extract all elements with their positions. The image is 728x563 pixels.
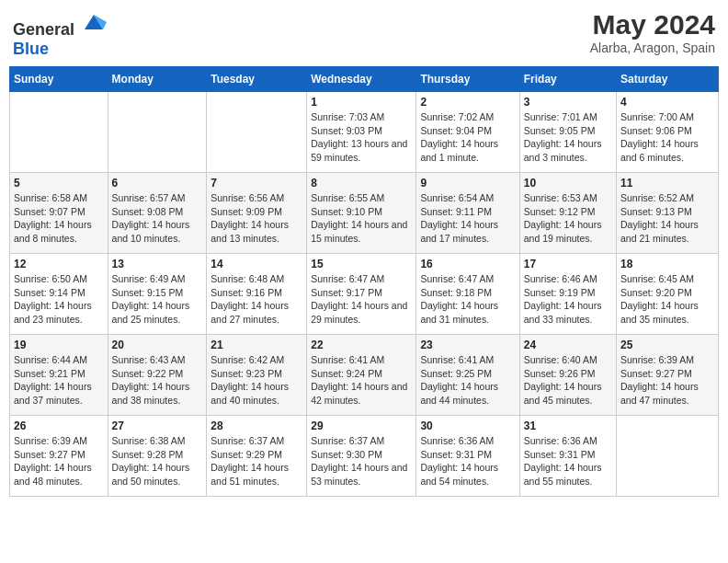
day-info: Sunrise: 6:41 AM Sunset: 9:24 PM Dayligh… <box>311 353 412 408</box>
day-number: 9 <box>420 177 515 190</box>
day-number: 28 <box>210 419 302 432</box>
day-number: 23 <box>420 339 515 351</box>
logo-general: General <box>13 20 74 39</box>
day-info: Sunrise: 6:58 AM Sunset: 9:07 PM Dayligh… <box>14 191 104 246</box>
day-info: Sunrise: 7:02 AM Sunset: 9:04 PM Dayligh… <box>420 110 515 165</box>
day-info: Sunrise: 6:37 AM Sunset: 9:29 PM Dayligh… <box>210 434 302 488</box>
header-row: SundayMondayTuesdayWednesdayThursdayFrid… <box>10 67 719 92</box>
header-cell-saturday: Saturday <box>617 67 719 92</box>
page-header: General Blue May 2024 Alarba, Aragon, Sp… <box>9 9 719 59</box>
day-info: Sunrise: 6:40 AM Sunset: 9:26 PM Dayligh… <box>524 353 612 408</box>
logo-blue: Blue <box>13 40 49 58</box>
day-number: 5 <box>14 177 104 190</box>
day-cell: 13Sunrise: 6:49 AM Sunset: 9:15 PM Dayli… <box>108 254 207 335</box>
day-info: Sunrise: 6:56 AM Sunset: 9:09 PM Dayligh… <box>210 191 302 246</box>
day-info: Sunrise: 6:48 AM Sunset: 9:16 PM Dayligh… <box>210 272 302 327</box>
week-row-1: 1Sunrise: 7:03 AM Sunset: 9:03 PM Daylig… <box>10 92 719 173</box>
day-info: Sunrise: 6:50 AM Sunset: 9:14 PM Dayligh… <box>14 272 104 327</box>
day-number: 16 <box>420 258 515 270</box>
day-cell: 12Sunrise: 6:50 AM Sunset: 9:14 PM Dayli… <box>10 254 108 335</box>
day-number: 30 <box>420 419 515 432</box>
header-cell-wednesday: Wednesday <box>307 67 416 92</box>
day-number: 4 <box>620 96 714 109</box>
day-cell: 20Sunrise: 6:43 AM Sunset: 9:22 PM Dayli… <box>108 335 207 416</box>
day-cell: 5Sunrise: 6:58 AM Sunset: 9:07 PM Daylig… <box>10 173 108 254</box>
day-info: Sunrise: 6:42 AM Sunset: 9:23 PM Dayligh… <box>210 353 302 408</box>
day-cell: 18Sunrise: 6:45 AM Sunset: 9:20 PM Dayli… <box>617 254 719 335</box>
day-cell: 25Sunrise: 6:39 AM Sunset: 9:27 PM Dayli… <box>617 335 719 416</box>
day-number: 6 <box>112 177 203 190</box>
day-cell: 9Sunrise: 6:54 AM Sunset: 9:11 PM Daylig… <box>416 173 519 254</box>
day-cell: 7Sunrise: 6:56 AM Sunset: 9:09 PM Daylig… <box>207 173 307 254</box>
day-info: Sunrise: 7:01 AM Sunset: 9:05 PM Dayligh… <box>524 110 612 165</box>
week-row-4: 19Sunrise: 6:44 AM Sunset: 9:21 PM Dayli… <box>10 335 719 416</box>
day-cell <box>108 92 207 173</box>
day-number: 21 <box>210 339 302 351</box>
day-number: 12 <box>14 258 104 270</box>
day-info: Sunrise: 6:57 AM Sunset: 9:08 PM Dayligh… <box>112 191 203 246</box>
day-number: 2 <box>420 96 515 109</box>
day-info: Sunrise: 6:39 AM Sunset: 9:27 PM Dayligh… <box>14 434 104 488</box>
day-info: Sunrise: 6:38 AM Sunset: 9:28 PM Dayligh… <box>112 434 203 488</box>
day-info: Sunrise: 6:39 AM Sunset: 9:27 PM Dayligh… <box>620 353 714 408</box>
day-cell <box>207 92 307 173</box>
day-number: 8 <box>311 177 412 190</box>
day-number: 22 <box>311 339 412 351</box>
day-number: 1 <box>311 96 412 109</box>
day-cell: 14Sunrise: 6:48 AM Sunset: 9:16 PM Dayli… <box>207 254 307 335</box>
day-number: 31 <box>524 419 612 432</box>
day-cell: 3Sunrise: 7:01 AM Sunset: 9:05 PM Daylig… <box>519 92 616 173</box>
day-info: Sunrise: 6:36 AM Sunset: 9:31 PM Dayligh… <box>524 434 612 488</box>
day-number: 3 <box>524 96 612 109</box>
calendar-table: SundayMondayTuesdayWednesdayThursdayFrid… <box>9 66 719 497</box>
day-cell: 19Sunrise: 6:44 AM Sunset: 9:21 PM Dayli… <box>10 335 108 416</box>
day-number: 27 <box>112 419 203 432</box>
day-number: 20 <box>112 339 203 351</box>
day-info: Sunrise: 7:03 AM Sunset: 9:03 PM Dayligh… <box>311 110 412 165</box>
day-cell: 30Sunrise: 6:36 AM Sunset: 9:31 PM Dayli… <box>416 416 519 497</box>
day-number: 7 <box>210 177 302 190</box>
day-cell: 16Sunrise: 6:47 AM Sunset: 9:18 PM Dayli… <box>416 254 519 335</box>
day-info: Sunrise: 6:47 AM Sunset: 9:18 PM Dayligh… <box>420 272 515 327</box>
day-cell: 21Sunrise: 6:42 AM Sunset: 9:23 PM Dayli… <box>207 335 307 416</box>
day-number: 15 <box>311 258 412 270</box>
day-cell <box>10 92 108 173</box>
day-cell: 1Sunrise: 7:03 AM Sunset: 9:03 PM Daylig… <box>307 92 416 173</box>
day-info: Sunrise: 6:43 AM Sunset: 9:22 PM Dayligh… <box>112 353 203 408</box>
day-info: Sunrise: 6:55 AM Sunset: 9:10 PM Dayligh… <box>311 191 412 246</box>
day-info: Sunrise: 6:49 AM Sunset: 9:15 PM Dayligh… <box>112 272 203 327</box>
header-cell-tuesday: Tuesday <box>207 67 307 92</box>
day-number: 14 <box>210 258 302 270</box>
day-number: 29 <box>311 419 412 432</box>
location: Alarba, Aragon, Spain <box>590 40 715 55</box>
day-cell <box>617 416 719 497</box>
day-info: Sunrise: 7:00 AM Sunset: 9:06 PM Dayligh… <box>620 110 714 165</box>
day-number: 10 <box>524 177 612 190</box>
day-number: 13 <box>112 258 203 270</box>
day-cell: 4Sunrise: 7:00 AM Sunset: 9:06 PM Daylig… <box>617 92 719 173</box>
day-info: Sunrise: 6:44 AM Sunset: 9:21 PM Dayligh… <box>14 353 104 408</box>
day-cell: 23Sunrise: 6:41 AM Sunset: 9:25 PM Dayli… <box>416 335 519 416</box>
header-cell-friday: Friday <box>519 67 616 92</box>
header-cell-thursday: Thursday <box>416 67 519 92</box>
week-row-3: 12Sunrise: 6:50 AM Sunset: 9:14 PM Dayli… <box>10 254 719 335</box>
day-cell: 29Sunrise: 6:37 AM Sunset: 9:30 PM Dayli… <box>307 416 416 497</box>
day-cell: 26Sunrise: 6:39 AM Sunset: 9:27 PM Dayli… <box>10 416 108 497</box>
week-row-5: 26Sunrise: 6:39 AM Sunset: 9:27 PM Dayli… <box>10 416 719 497</box>
header-cell-monday: Monday <box>108 67 207 92</box>
day-info: Sunrise: 6:37 AM Sunset: 9:30 PM Dayligh… <box>311 434 412 488</box>
day-number: 17 <box>524 258 612 270</box>
day-number: 25 <box>620 339 714 351</box>
day-cell: 22Sunrise: 6:41 AM Sunset: 9:24 PM Dayli… <box>307 335 416 416</box>
day-number: 18 <box>620 258 714 270</box>
day-cell: 11Sunrise: 6:52 AM Sunset: 9:13 PM Dayli… <box>617 173 719 254</box>
day-cell: 8Sunrise: 6:55 AM Sunset: 9:10 PM Daylig… <box>307 173 416 254</box>
day-info: Sunrise: 6:53 AM Sunset: 9:12 PM Dayligh… <box>524 191 612 246</box>
day-cell: 17Sunrise: 6:46 AM Sunset: 9:19 PM Dayli… <box>519 254 616 335</box>
day-info: Sunrise: 6:52 AM Sunset: 9:13 PM Dayligh… <box>620 191 714 246</box>
day-number: 26 <box>14 419 104 432</box>
day-cell: 10Sunrise: 6:53 AM Sunset: 9:12 PM Dayli… <box>519 173 616 254</box>
day-info: Sunrise: 6:36 AM Sunset: 9:31 PM Dayligh… <box>420 434 515 488</box>
day-number: 24 <box>524 339 612 351</box>
day-cell: 28Sunrise: 6:37 AM Sunset: 9:29 PM Dayli… <box>207 416 307 497</box>
